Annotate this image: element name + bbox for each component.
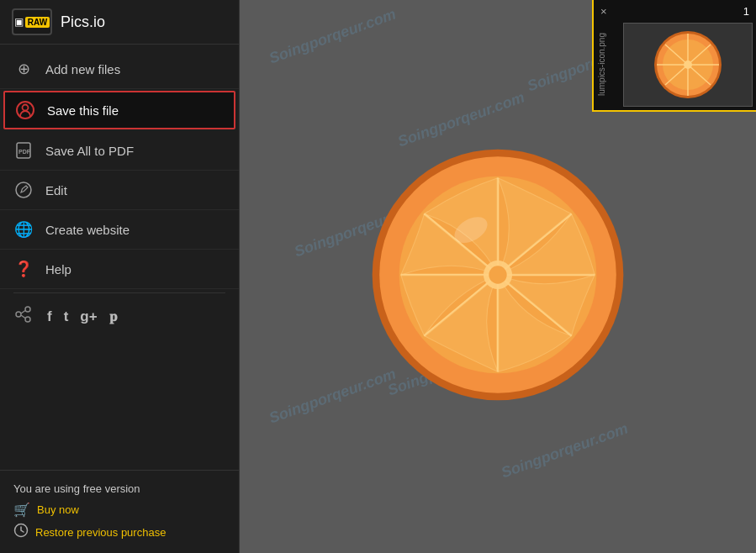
save-pdf-icon: PDF bbox=[13, 140, 34, 161]
sidebar-item-save-pdf[interactable]: PDF Save All to PDF bbox=[0, 131, 239, 171]
buy-label[interactable]: Buy now bbox=[37, 503, 79, 516]
thumbnail-close-button[interactable]: × bbox=[600, 5, 607, 18]
sidebar-item-add-files[interactable]: ⊕ Add new files bbox=[0, 50, 239, 89]
globe-icon: 🌐 bbox=[13, 219, 34, 240]
edit-icon bbox=[13, 180, 34, 200]
thumbnail-strip: × 1 lumpics-icon.png bbox=[592, 0, 756, 112]
save-file-label: Save this file bbox=[47, 103, 119, 118]
watermark-6: Soingporqeur.com bbox=[499, 420, 631, 482]
restore-link[interactable]: Restore previous purchase bbox=[13, 523, 225, 541]
thumbnail-filename: lumpics-icon.png bbox=[597, 33, 608, 96]
buy-icon: 🛒 bbox=[13, 502, 30, 518]
svg-line-9 bbox=[21, 315, 25, 319]
raw-badge: RAW bbox=[25, 17, 50, 28]
svg-point-4 bbox=[16, 182, 31, 198]
save-file-icon bbox=[15, 100, 35, 120]
sidebar-item-help[interactable]: ❓ Help bbox=[0, 250, 239, 289]
promo-section: You are using free version 🛒 Buy now Res… bbox=[0, 470, 239, 553]
social-share-row: f t g+ 𝐩 bbox=[0, 297, 239, 336]
svg-line-8 bbox=[21, 311, 25, 314]
svg-text:PDF: PDF bbox=[19, 149, 31, 155]
menu-items: ⊕ Add new files Save this file bbox=[0, 45, 239, 470]
svg-point-1 bbox=[23, 105, 29, 111]
orange-svg bbox=[363, 140, 632, 409]
app-layout: ▣ RAW Pics.io ⊕ Add new files Save th bbox=[0, 0, 756, 553]
add-files-label: Add new files bbox=[45, 62, 120, 76]
sidebar-item-edit[interactable]: Edit bbox=[0, 171, 239, 210]
tumblr-icon[interactable]: t bbox=[64, 308, 69, 325]
create-website-label: Create website bbox=[45, 223, 130, 237]
save-pdf-label: Save All to PDF bbox=[45, 144, 134, 158]
main-content: Soingporqeur.com Soingporqeur.com Soingp… bbox=[240, 0, 756, 553]
logo-area: ▣ RAW Pics.io bbox=[0, 0, 239, 45]
thumbnail-count: 1 bbox=[743, 5, 749, 18]
promo-text: You are using free version bbox=[13, 482, 225, 495]
pinterest-icon[interactable]: 𝐩 bbox=[109, 308, 117, 325]
help-label: Help bbox=[45, 262, 71, 276]
svg-point-5 bbox=[16, 312, 21, 317]
orange-image bbox=[363, 140, 632, 413]
help-icon: ❓ bbox=[13, 259, 34, 279]
svg-point-7 bbox=[25, 317, 30, 322]
watermark-1: Soingporqeur.com bbox=[267, 5, 399, 67]
facebook-icon[interactable]: f bbox=[47, 308, 52, 325]
svg-point-36 bbox=[684, 61, 692, 69]
sidebar-item-create-website[interactable]: 🌐 Create website bbox=[0, 210, 239, 250]
svg-point-6 bbox=[25, 307, 30, 312]
buy-link[interactable]: 🛒 Buy now bbox=[13, 502, 225, 518]
thumbnail-header: × 1 bbox=[597, 3, 753, 19]
menu-divider bbox=[13, 292, 225, 293]
restore-icon bbox=[13, 523, 29, 541]
logo-box: ▣ RAW bbox=[12, 8, 52, 35]
thumbnail-image[interactable] bbox=[623, 23, 753, 107]
add-files-icon: ⊕ bbox=[13, 59, 34, 79]
svg-point-23 bbox=[489, 266, 506, 283]
restore-label[interactable]: Restore previous purchase bbox=[35, 526, 166, 539]
sidebar: ▣ RAW Pics.io ⊕ Add new files Save th bbox=[0, 0, 240, 553]
app-name: Pics.io bbox=[61, 13, 105, 31]
film-icon: ▣ bbox=[14, 16, 24, 28]
share-icon bbox=[13, 305, 32, 328]
googleplus-icon[interactable]: g+ bbox=[80, 308, 97, 325]
edit-label: Edit bbox=[45, 183, 67, 198]
sidebar-item-save-file[interactable]: Save this file bbox=[3, 91, 235, 129]
